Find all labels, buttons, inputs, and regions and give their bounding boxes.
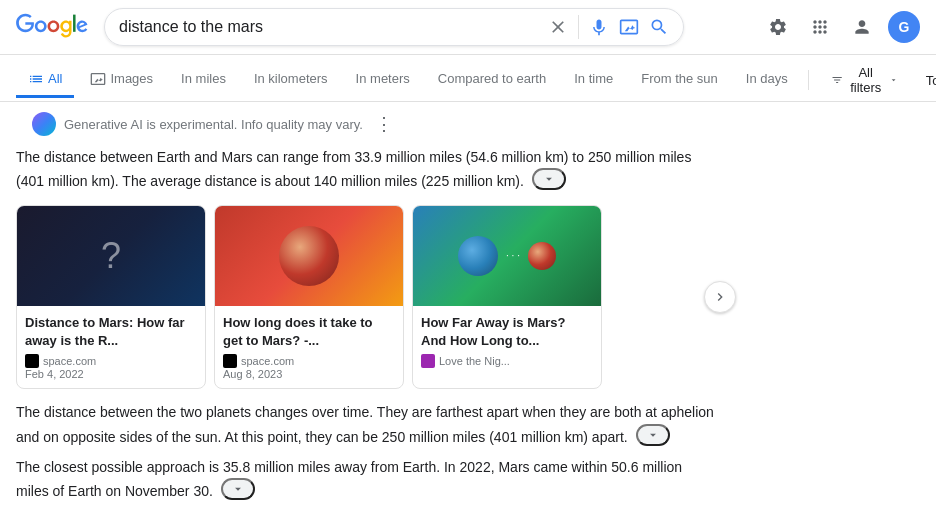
card-0[interactable]: ? Distance to Mars: How far away is the … (16, 205, 206, 389)
card-1-image (215, 206, 403, 306)
tab-in-kilometers[interactable]: In kilometers (242, 63, 340, 97)
card-0-date: Feb 4, 2022 (25, 368, 197, 380)
card-0-title: Distance to Mars: How far away is the R.… (25, 314, 197, 350)
signin-button[interactable] (846, 11, 878, 43)
card-1-planet (279, 226, 339, 286)
card-0-body: Distance to Mars: How far away is the R.… (17, 306, 205, 388)
search-button[interactable] (649, 17, 669, 37)
tab-compared-to-earth[interactable]: Compared to earth (426, 63, 558, 97)
cards-container: ? Distance to Mars: How far away is the … (16, 205, 716, 389)
tab-from-the-sun[interactable]: From the sun (629, 63, 730, 97)
toolbar-divider (808, 70, 809, 90)
cards-row: ? Distance to Mars: How far away is the … (16, 205, 716, 389)
tab-all[interactable]: All (16, 63, 74, 98)
para3-toggle[interactable] (221, 478, 255, 500)
answer-para-2: The distance between the two planets cha… (16, 401, 716, 448)
all-filters-button[interactable]: All filters (821, 59, 908, 101)
cards-next-button[interactable] (704, 281, 736, 313)
google-logo[interactable] (16, 13, 88, 42)
card-2-source: Love the Nig... (421, 354, 593, 368)
card-0-source-icon (25, 354, 39, 368)
avatar[interactable]: G (888, 11, 920, 43)
main-content: Generative AI is experimental. Info qual… (0, 102, 936, 511)
gen-ai-text: Generative AI is experimental. Info qual… (64, 117, 363, 132)
answer-block: The distance between Earth and Mars can … (16, 146, 716, 511)
gen-ai-bar: Generative AI is experimental. Info qual… (16, 102, 920, 146)
toolbar: All Images In miles In kilometers In met… (0, 55, 936, 102)
search-bar[interactable] (104, 8, 684, 46)
tools-button[interactable]: Tools (916, 67, 936, 94)
card-0-source: space.com (25, 354, 197, 368)
search-input[interactable] (119, 18, 540, 36)
card-0-image: ? (17, 206, 205, 306)
google-apps-button[interactable] (804, 11, 836, 43)
card-1-body: How long does it take to get to Mars? -.… (215, 306, 403, 388)
answer-para-1: The distance between Earth and Mars can … (16, 146, 716, 193)
card-2-source-icon (421, 354, 435, 368)
card-1-source-icon (223, 354, 237, 368)
header: G (0, 0, 936, 55)
gen-ai-icon (32, 112, 56, 136)
answer-para-3: The closest possible approach is 35.8 mi… (16, 456, 716, 503)
tab-in-miles[interactable]: In miles (169, 63, 238, 97)
tab-images[interactable]: Images (78, 63, 165, 98)
card-2[interactable]: · · · How Far Away is Mars? And How Long… (412, 205, 602, 389)
para2-toggle[interactable] (636, 424, 670, 446)
gen-ai-more-button[interactable]: ⋮ (371, 113, 397, 135)
toolbar-right: All filters Tools SafeSearch (804, 59, 936, 101)
card-2-mars (528, 242, 556, 270)
clear-button[interactable] (548, 17, 568, 37)
voice-search-button[interactable] (589, 17, 609, 37)
card-1-date: Aug 8, 2023 (223, 368, 395, 380)
card-2-image: · · · (413, 206, 601, 306)
card-1-title: How long does it take to get to Mars? -.… (223, 314, 395, 350)
card-2-body: How Far Away is Mars? And How Long to...… (413, 306, 601, 376)
tab-in-time[interactable]: In time (562, 63, 625, 97)
card-2-planets: · · · (458, 236, 556, 276)
card-2-title: How Far Away is Mars? And How Long to... (421, 314, 593, 350)
card-1[interactable]: How long does it take to get to Mars? -.… (214, 205, 404, 389)
card-1-source: space.com (223, 354, 395, 368)
header-right: G (762, 11, 920, 43)
tab-in-days[interactable]: In days (734, 63, 800, 97)
image-search-button[interactable] (619, 17, 639, 37)
tab-in-meters[interactable]: In meters (344, 63, 422, 97)
para1-toggle[interactable] (532, 168, 566, 190)
settings-button[interactable] (762, 11, 794, 43)
card-2-earth (458, 236, 498, 276)
